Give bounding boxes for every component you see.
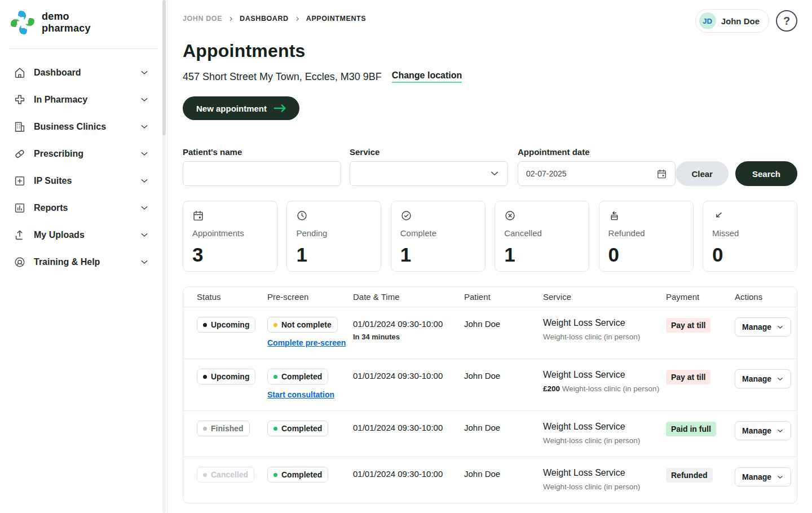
breadcrumb: JOHN DOE DASHBOARD APPOINTMENTS	[183, 15, 366, 23]
calendar-icon[interactable]	[656, 169, 667, 179]
status-badge: Upcoming	[197, 369, 255, 384]
search-button[interactable]: Search	[735, 161, 797, 186]
appointment-date-picker[interactable]	[518, 161, 676, 186]
service-name: Weight Loss Service	[543, 467, 660, 478]
help-button[interactable]: ?	[776, 10, 797, 32]
sidebar-item-label: Prescribing	[34, 149, 140, 159]
start-consultation-link[interactable]: Start consultation	[267, 390, 334, 399]
status-dot-icon	[203, 323, 207, 327]
manage-button[interactable]: Manage	[735, 421, 791, 440]
brand-logo[interactable]: demo pharmacy	[0, 0, 167, 44]
x-circle-icon	[504, 210, 516, 222]
patient-name-input[interactable]	[183, 161, 341, 186]
payment-badge: Pay at till	[666, 318, 710, 333]
manage-button[interactable]: Manage	[735, 369, 791, 388]
appointment-datetime: 01/01/2024 09:30-10:00	[353, 421, 458, 432]
chevron-down-icon	[140, 122, 149, 131]
sidebar-item-label: IP Suites	[34, 176, 140, 186]
stat-label: Missed	[712, 228, 788, 238]
appointment-date-input[interactable]	[526, 169, 656, 178]
prescreen-badge: Completed	[267, 369, 328, 384]
prescreen-dot-icon	[273, 427, 277, 431]
app-window: demo pharmacy Dashboard In Pharmacy Busi…	[0, 0, 812, 513]
sidebar-item-reports[interactable]: Reports	[2, 194, 165, 222]
sidebar-item-business-clinics[interactable]: Business Clinics	[2, 113, 165, 140]
patient-name: John Doe	[464, 369, 543, 400]
sidebar-item-dashboard[interactable]: Dashboard	[2, 59, 165, 86]
service-price: £200	[543, 384, 560, 393]
user-name: John Doe	[721, 16, 760, 26]
payment-badge: Paid in full	[666, 422, 716, 436]
sidebar-item-ip-suites[interactable]: IP Suites	[2, 167, 165, 194]
stat-label: Refunded	[608, 228, 684, 238]
breadcrumb-dashboard[interactable]: DASHBOARD	[240, 15, 289, 23]
appointment-date-label: Appointment date	[518, 147, 676, 157]
service-detail: Weight-loss clinic (in person)	[543, 482, 660, 492]
home-icon	[14, 67, 26, 79]
brand-name: demo pharmacy	[42, 11, 91, 34]
refund-card-icon	[608, 210, 620, 222]
patient-name: John Doe	[464, 421, 543, 446]
patient-name-field-group: Patient's name	[183, 147, 341, 186]
clock-icon	[296, 210, 308, 222]
building-icon	[14, 121, 26, 133]
chevron-down-icon	[140, 95, 149, 104]
sidebar-item-label: Training & Help	[34, 257, 140, 267]
pill-icon	[14, 148, 26, 160]
complete-prescreen-link[interactable]: Complete pre-screen	[267, 338, 346, 347]
stat-value: 3	[192, 244, 268, 266]
sidebar-item-label: Business Clinics	[34, 122, 140, 132]
missed-arrow-icon	[712, 210, 724, 222]
chevron-down-icon	[140, 204, 149, 213]
arrow-right-icon	[273, 103, 287, 113]
user-menu[interactable]: JD John Doe	[695, 9, 769, 33]
stat-value: 0	[712, 244, 788, 266]
status-dot-icon	[203, 375, 207, 379]
chevron-down-icon	[776, 324, 784, 331]
service-field-group: Service	[350, 147, 508, 186]
time-until-note: In 34 minutes	[353, 333, 458, 341]
column-header-payment: Payment	[666, 287, 735, 307]
sidebar-item-training-help[interactable]: Training & Help	[2, 249, 165, 276]
prescreen-badge: Completed	[267, 421, 328, 436]
stat-card-cancelled: Cancelled 1	[495, 201, 589, 272]
plus-square-icon	[14, 175, 26, 187]
stat-value: 1	[296, 244, 372, 266]
page-title: Appointments	[183, 41, 797, 61]
prescreen-dot-icon	[273, 375, 277, 379]
change-location-link[interactable]: Change location	[392, 70, 462, 83]
new-appointment-button[interactable]: New appointment	[183, 96, 299, 120]
chevron-down-icon	[140, 231, 149, 240]
sidebar-item-label: In Pharmacy	[34, 95, 140, 105]
breadcrumb-appointments[interactable]: APPOINTMENTS	[306, 15, 367, 23]
breadcrumb-user[interactable]: JOHN DOE	[183, 15, 222, 23]
appointments-table: Status Pre-screen Date & Time Patient Se…	[183, 286, 797, 503]
chevron-down-icon	[776, 375, 784, 383]
manage-button[interactable]: Manage	[735, 317, 791, 337]
stat-card-complete: Complete 1	[391, 201, 486, 272]
date-field-group: Appointment date	[518, 147, 676, 186]
chevron-down-icon	[140, 149, 149, 158]
sidebar-scrollbar[interactable]	[162, 0, 166, 513]
stat-label: Pending	[296, 228, 372, 238]
service-name: Weight Loss Service	[543, 317, 660, 328]
chevron-down-icon	[776, 474, 784, 481]
pharmacy-cross-icon	[14, 94, 26, 106]
sidebar-divider	[9, 48, 158, 49]
prescreen-badge: Completed	[267, 467, 328, 483]
table-row: Upcoming Not complete Complete pre-scree…	[183, 307, 797, 359]
sidebar-scrollbar-thumb[interactable]	[162, 0, 166, 135]
stat-label: Complete	[400, 228, 476, 238]
sidebar-item-my-uploads[interactable]: My Uploads	[2, 222, 165, 249]
manage-button[interactable]: Manage	[735, 467, 791, 487]
clear-button[interactable]: Clear	[676, 161, 729, 186]
service-select[interactable]	[350, 161, 508, 186]
chevron-down-icon	[489, 169, 500, 179]
bar-chart-icon	[14, 202, 26, 214]
service-detail: £200 Weight-loss clinic (in person)	[543, 384, 660, 394]
service-detail: Weight-loss clinic (in person)	[543, 436, 660, 446]
sidebar-item-prescribing[interactable]: Prescribing	[2, 140, 165, 167]
patient-name: John Doe	[464, 467, 543, 492]
sidebar-item-in-pharmacy[interactable]: In Pharmacy	[2, 86, 165, 113]
status-dot-icon	[203, 473, 207, 477]
